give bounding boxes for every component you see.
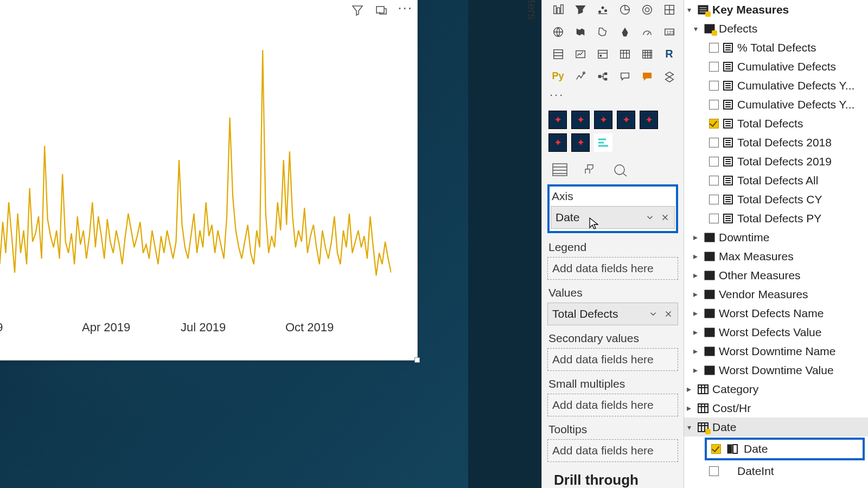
custom-visual-icon[interactable]: ✦ <box>548 133 567 152</box>
measure-item[interactable]: Cumulative Defects Y... <box>684 76 868 95</box>
card-icon[interactable]: 123 <box>660 22 679 41</box>
measure-item[interactable]: Total Defects 2018 <box>684 133 868 152</box>
measure-item[interactable]: Total Defects CY <box>684 190 868 209</box>
qa-visual-icon[interactable] <box>615 67 634 86</box>
chevron-right-icon[interactable] <box>691 365 700 375</box>
visual-filter-icon[interactable] <box>350 3 365 18</box>
folder-defects[interactable]: Defects <box>684 19 868 38</box>
filled-map-icon[interactable] <box>571 22 590 41</box>
focus-mode-icon[interactable] <box>374 3 389 18</box>
chevron-right-icon[interactable] <box>691 251 700 261</box>
remove-field-icon[interactable] <box>660 213 670 222</box>
chevron-down-icon[interactable] <box>684 5 694 14</box>
funnel-icon[interactable] <box>571 0 590 19</box>
folder-item[interactable]: Downtime <box>684 228 868 247</box>
report-canvas[interactable]: ··· 19Apr 2019Jul 2019Oct 2019 <box>0 0 468 488</box>
more-visuals-icon[interactable]: ··· <box>542 86 684 104</box>
chevron-down-icon[interactable] <box>691 24 700 33</box>
axis-field-name[interactable]: Date <box>556 211 579 224</box>
chevron-right-icon[interactable] <box>684 384 694 394</box>
legend-well[interactable]: Add data fields here <box>547 257 678 280</box>
checkbox[interactable] <box>709 195 719 204</box>
tooltips-well[interactable]: Add data fields here <box>547 439 678 462</box>
map-icon[interactable] <box>548 22 567 41</box>
resize-handle[interactable] <box>414 357 420 363</box>
measure-item[interactable]: Cumulative Defects <box>684 57 868 76</box>
field-dateint[interactable]: DateInt <box>684 461 868 480</box>
checkbox[interactable] <box>709 466 719 476</box>
pie-icon[interactable] <box>615 0 634 19</box>
chevron-right-icon[interactable] <box>691 346 700 356</box>
key-influencers-icon[interactable] <box>571 67 590 86</box>
format-tab-icon[interactable] <box>582 163 598 179</box>
chevron-right-icon[interactable] <box>684 403 694 413</box>
table-icon[interactable] <box>615 44 634 63</box>
custom-visual-icon[interactable]: ✦ <box>548 111 567 129</box>
checkbox[interactable] <box>709 214 719 223</box>
folder-item[interactable]: Worst Defects Value <box>684 323 868 342</box>
remove-field-icon[interactable] <box>663 309 673 319</box>
r-visual-icon[interactable]: R <box>660 44 679 63</box>
custom-visual-bar-icon[interactable] <box>594 133 612 152</box>
measure-item[interactable]: Total Defects 2019 <box>684 152 868 171</box>
custom-visual-icon[interactable]: ✦ <box>640 111 658 129</box>
date-field-highlight[interactable]: Date <box>705 438 865 460</box>
gauge-icon[interactable] <box>637 22 656 41</box>
chevron-down-icon[interactable] <box>645 213 655 222</box>
chevron-right-icon[interactable] <box>691 232 700 242</box>
table-item[interactable]: Cost/Hr <box>684 399 868 418</box>
scatter-icon[interactable] <box>593 0 612 19</box>
folder-item[interactable]: Worst Downtime Name <box>684 342 868 361</box>
checkbox[interactable] <box>709 100 719 110</box>
filters-pane-label[interactable]: ilters <box>512 0 539 20</box>
measure-item[interactable]: Total Defects PY <box>684 209 868 228</box>
slicer-icon[interactable] <box>593 44 612 63</box>
fields-tab-icon[interactable] <box>552 163 568 179</box>
matrix-icon[interactable] <box>637 44 656 63</box>
donut-icon[interactable] <box>637 0 656 19</box>
shape-map-icon[interactable] <box>593 22 612 41</box>
secondary-well[interactable]: Add data fields here <box>547 348 678 371</box>
values-well[interactable]: Total Defects <box>547 303 678 325</box>
folder-item[interactable]: Worst Downtime Value <box>684 361 868 380</box>
chevron-right-icon[interactable] <box>691 270 700 280</box>
table-date[interactable]: Date <box>684 418 868 436</box>
chevron-right-icon[interactable] <box>691 308 700 318</box>
custom-visual-icon[interactable]: ✦ <box>571 111 590 129</box>
checkbox[interactable] <box>709 119 719 129</box>
stacked-bar-icon[interactable] <box>548 0 567 19</box>
checkbox[interactable] <box>709 138 719 147</box>
multirow-card-icon[interactable] <box>548 44 567 63</box>
table-item[interactable]: Category <box>684 380 868 399</box>
folder-item[interactable]: Max Measures <box>684 247 868 266</box>
axis-well[interactable]: Date <box>551 206 675 229</box>
folder-item[interactable]: Other Measures <box>684 266 868 285</box>
custom-visual-icon[interactable]: ✦ <box>617 111 635 129</box>
chevron-down-icon[interactable] <box>648 309 658 319</box>
checkbox[interactable] <box>709 62 719 72</box>
custom-visual-icon[interactable]: ✦ <box>571 133 590 152</box>
chart-visual[interactable]: ··· 19Apr 2019Jul 2019Oct 2019 <box>0 0 418 361</box>
table-key-measures[interactable]: Key Measures <box>684 0 868 19</box>
checkbox[interactable] <box>709 43 719 53</box>
checkbox[interactable] <box>709 157 719 166</box>
values-field-name[interactable]: Total Defects <box>552 307 618 320</box>
chevron-right-icon[interactable] <box>691 327 700 337</box>
checkbox[interactable] <box>711 444 721 454</box>
folder-item[interactable]: Vendor Measures <box>684 285 868 304</box>
paginated-icon[interactable] <box>660 67 679 86</box>
measure-item[interactable]: Total Defects <box>684 114 868 133</box>
narrative-icon[interactable] <box>637 67 656 86</box>
checkbox[interactable] <box>709 176 719 185</box>
treemap-icon[interactable] <box>660 0 679 19</box>
measure-item[interactable]: % Total Defects <box>684 38 868 57</box>
kpi-icon[interactable] <box>571 44 590 63</box>
folder-item[interactable]: Worst Defects Name <box>684 304 868 323</box>
measure-item[interactable]: Total Defects All <box>684 171 868 190</box>
custom-visual-icon[interactable]: ✦ <box>594 111 612 129</box>
small-multiples-well[interactable]: Add data fields here <box>547 394 678 416</box>
chevron-right-icon[interactable] <box>691 289 700 299</box>
analytics-tab-icon[interactable] <box>612 163 629 179</box>
chevron-down-icon[interactable] <box>684 423 694 432</box>
visual-more-icon[interactable]: ··· <box>398 3 413 18</box>
